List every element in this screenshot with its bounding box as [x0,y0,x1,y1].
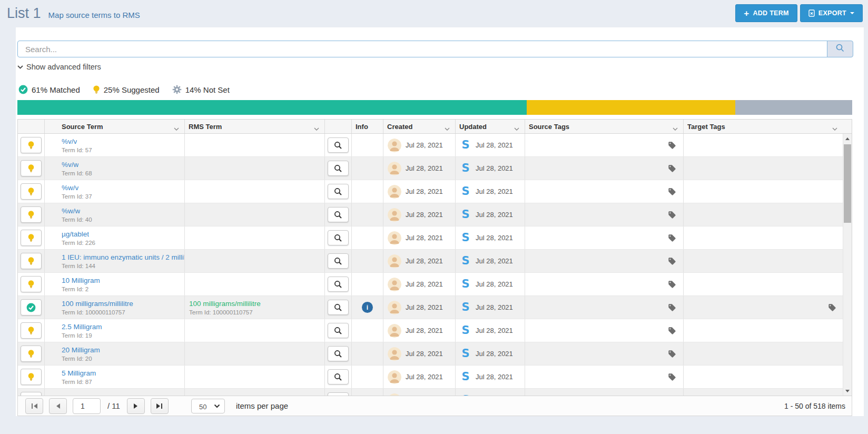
source-term-link[interactable]: %w/v [62,184,78,192]
status-button[interactable] [21,392,42,396]
lookup-button[interactable] [328,323,349,338]
source-term-link[interactable]: 1 IEU: immuno enzymatic units / 2 millil… [62,253,184,261]
add-term-button[interactable]: + ADD TERM [735,4,797,22]
table-row[interactable]: i S [18,389,843,396]
rms-term-cell [185,157,325,180]
search-button[interactable] [827,41,853,57]
search-input[interactable] [17,41,827,57]
table-row[interactable]: 1 IEU: immuno enzymatic units / 2 millil… [18,250,843,273]
chevron-down-icon[interactable] [673,125,678,133]
source-term-link[interactable]: µg/tablet [62,230,89,238]
tag-icon[interactable] [668,141,676,150]
header-source-term[interactable]: Source Term [45,120,185,133]
tag-icon[interactable] [668,188,676,196]
created-cell: Jul 28, 2021 [383,180,456,203]
tag-icon[interactable] [668,164,676,173]
created-cell: Jul 28, 2021 [383,273,456,295]
header-created[interactable]: Created [383,120,456,133]
lookup-button[interactable] [328,161,349,176]
page-size-value: 50 [199,403,206,411]
first-page-button[interactable] [25,398,43,414]
header-updated[interactable]: Updated [456,120,525,133]
lookup-button[interactable] [328,207,349,222]
table-row[interactable]: %w/v Term Id: 37 i Jul 28, 2021 S Jul 28… [18,180,843,203]
tag-icon[interactable] [668,234,676,242]
page-size-select[interactable]: 50 [191,399,225,413]
rms-term-link[interactable]: 100 milligrams/millilitre [189,300,261,308]
status-button[interactable] [21,322,42,339]
lookup-button[interactable] [328,277,349,292]
table-row[interactable]: 5 Milligram Term Id: 87 i Jul 28, 2021 S… [18,366,843,389]
status-button[interactable] [21,253,42,269]
export-button[interactable]: EXPORT [800,4,863,22]
chevron-down-icon[interactable] [832,125,837,133]
lookup-button[interactable] [328,253,349,269]
previous-page-button[interactable] [49,398,67,414]
status-button[interactable] [21,206,42,223]
status-button[interactable] [21,369,42,385]
created-cell: Jul 28, 2021 [383,366,456,388]
table-row[interactable]: 20 Milligram Term Id: 20 i Jul 28, 2021 … [18,342,843,366]
source-term-link[interactable]: 5 Milligram [62,369,96,377]
source-term-link[interactable]: 2.5 Milligram [62,323,102,331]
header-source-tags[interactable]: Source Tags [525,120,684,133]
source-term-link[interactable]: 20 Milligram [62,346,100,354]
status-button[interactable] [21,230,42,246]
tag-icon[interactable] [828,303,836,312]
lookup-button[interactable] [328,346,349,361]
info-icon[interactable]: i [362,302,373,313]
table-row[interactable]: %v/v Term Id: 57 i Jul 28, 2021 S Jul 28… [18,134,843,157]
status-cell [18,389,45,396]
scroll-up-arrow[interactable] [843,134,852,143]
tag-icon[interactable] [668,327,676,335]
status-button[interactable] [21,137,42,153]
next-page-button[interactable] [127,398,145,414]
page-number-input[interactable] [73,398,101,414]
chevron-down-icon[interactable] [314,125,319,133]
tag-icon[interactable] [668,257,676,265]
lookup-button[interactable] [328,300,349,315]
status-button[interactable] [21,276,42,292]
vertical-scrollbar[interactable] [843,134,852,396]
source-term-link[interactable]: 10 Milligram [62,277,100,284]
table-row[interactable]: 2.5 Milligram Term Id: 19 i Jul 28, 2021… [18,319,843,342]
table-row[interactable]: µg/tablet Term Id: 226 i Jul 28, 2021 S … [18,226,843,250]
status-button[interactable] [21,160,42,176]
lookup-button[interactable] [328,137,349,153]
table-row[interactable]: %w/w Term Id: 40 i Jul 28, 2021 S Jul 28… [18,203,843,226]
scrollbar-thumb[interactable] [844,144,851,223]
search-icon [835,43,845,55]
system-logo-icon: S [460,209,471,220]
scroll-down-arrow[interactable] [843,387,852,395]
show-advanced-filters-toggle[interactable]: Show advanced filters [17,63,101,71]
chevron-down-icon[interactable] [514,125,519,133]
tag-icon[interactable] [668,350,676,358]
chevron-down-icon[interactable] [445,125,450,133]
lookup-button[interactable] [328,184,349,199]
lookup-button[interactable] [328,230,349,245]
source-term-link[interactable]: %v/v [62,137,77,145]
source-term-link[interactable]: %v/w [62,161,78,169]
last-page-button[interactable] [151,398,169,414]
table-row[interactable]: 100 milligrams/millilitre Term Id: 10000… [18,296,843,319]
source-term-link[interactable]: 100 milligrams/millilitre [62,300,133,308]
chevron-down-icon[interactable] [174,125,179,133]
source-term-link[interactable]: %w/w [62,207,80,215]
tag-icon[interactable] [668,373,676,381]
table-row[interactable]: 10 Milligram Term Id: 2 i Jul 28, 2021 S… [18,273,843,296]
header-target-tags[interactable]: Target Tags [684,120,843,133]
tag-icon[interactable] [668,211,676,219]
tag-icon[interactable] [668,280,676,289]
status-button[interactable] [21,299,42,315]
tag-icon[interactable] [668,303,676,312]
lookup-button[interactable] [328,369,349,384]
rms-term-cell [185,342,325,365]
legend-matched-label: 61% Matched [32,85,80,94]
header-rms-term[interactable]: RMS Term [185,120,325,133]
page-subtitle: Map source terms to RMS [48,11,140,19]
status-cell [18,134,45,156]
status-button[interactable] [21,183,42,200]
table-row[interactable]: %v/w Term Id: 68 i Jul 28, 2021 S Jul 28… [18,157,843,180]
status-button[interactable] [21,346,42,362]
rms-term-cell [185,203,325,226]
